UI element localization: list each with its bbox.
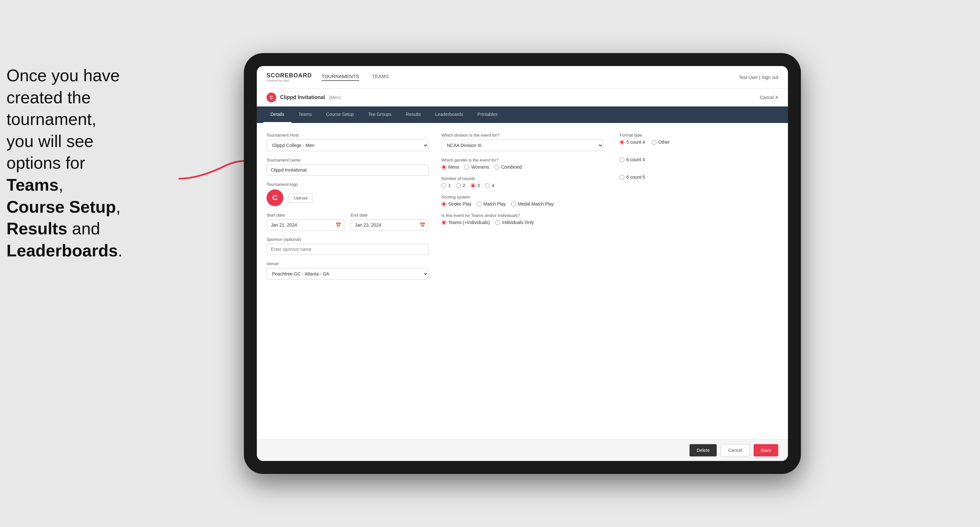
tab-teams[interactable]: Teams	[291, 106, 319, 123]
tournament-logo-label: Tournament logo	[267, 182, 428, 187]
tab-bar: Details Teams Course Setup Tee Groups Re…	[257, 106, 788, 123]
left-column: Tournament Host Clippd College - Men Tou…	[267, 133, 428, 286]
tournament-host-label: Tournament Host	[267, 133, 428, 138]
bold-teams: Teams	[6, 175, 59, 194]
main-content: Tournament Host Clippd College - Men Tou…	[257, 123, 788, 439]
format-section: Format type 5 count 4	[616, 133, 778, 179]
scoring-radio-group: Stroke Play Match Play Medal Match Play	[441, 202, 603, 206]
sponsor-label: Sponsor (optional)	[267, 237, 428, 242]
tab-leaderboards[interactable]: Leaderboards	[428, 106, 470, 123]
rounds-1[interactable]: 1	[441, 183, 451, 188]
individuals-only[interactable]: Individuals Only	[495, 220, 534, 225]
sponsor-input[interactable]	[267, 244, 428, 255]
tab-course-setup[interactable]: Course Setup	[319, 106, 361, 123]
logo-area: SCOREBOARD Powered by clipd	[267, 72, 312, 82]
top-nav: SCOREBOARD Powered by clipd TOURNAMENTS …	[257, 66, 788, 89]
logo-circle: C	[267, 189, 283, 206]
format-radio-split: 5 count 4 6 count 4	[620, 140, 778, 179]
page-wrapper: Once you have created the tournament, yo…	[0, 0, 980, 527]
rounds-4[interactable]: 4	[485, 183, 494, 188]
instruction-text: Once you have created the tournament, yo…	[6, 65, 143, 262]
teams-radio-group: Teams (+Individuals) Individuals Only	[441, 220, 603, 225]
tab-results[interactable]: Results	[399, 106, 428, 123]
start-date-label: Start date	[267, 213, 344, 217]
date-row: Start date 📅 End date 📅	[267, 213, 428, 230]
gender-womens[interactable]: Womens	[465, 164, 489, 170]
scoring-medal-match[interactable]: Medal Match Play	[511, 202, 554, 206]
tournament-icon: C	[267, 92, 276, 102]
division-select[interactable]: NCAA Division III	[441, 140, 603, 151]
scoring-section: Scoring system Stroke Play Match Play	[441, 195, 603, 206]
nav-teams[interactable]: TEAMS	[372, 73, 389, 81]
venue-label: Venue	[267, 261, 428, 266]
nav-tournaments[interactable]: TOURNAMENTS	[321, 73, 359, 81]
end-date-icon: 📅	[420, 222, 425, 227]
tournament-host-select[interactable]: Clippd College - Men	[267, 140, 428, 151]
tournament-name-section: Tournament name	[267, 158, 428, 175]
division-section: Which division is the event for? NCAA Di…	[441, 133, 603, 151]
format-label: Format type	[620, 133, 778, 138]
end-date-wrapper: 📅	[351, 219, 428, 230]
tournament-type: (Men)	[329, 95, 341, 100]
gender-combined[interactable]: Combined	[494, 164, 522, 170]
tournament-logo-section: Tournament logo C Upload	[267, 182, 428, 206]
division-label: Which division is the event for?	[441, 133, 603, 138]
start-date-wrapper: 📅	[267, 219, 344, 230]
end-date-label: End date	[351, 213, 428, 217]
start-date-icon: 📅	[336, 222, 341, 227]
gender-radio-group: Mens Womens Combined	[441, 164, 603, 170]
gender-mens[interactable]: Mens	[441, 164, 459, 170]
start-date-input[interactable]	[267, 219, 344, 230]
rounds-section: Number of rounds 1 2	[441, 176, 603, 188]
teams-individuals-label: Is this event for Teams and/or Individua…	[441, 213, 603, 218]
logo-upload-area: C Upload	[267, 189, 428, 206]
format-5count4[interactable]: 5 count 4	[620, 140, 645, 145]
tab-tee-groups[interactable]: Tee Groups	[361, 106, 399, 123]
scoring-stroke-play[interactable]: Stroke Play	[441, 202, 471, 206]
tournament-name-input[interactable]	[267, 164, 428, 175]
scoring-match-play[interactable]: Match Play	[477, 202, 506, 206]
form-grid: Tournament Host Clippd College - Men Tou…	[267, 133, 778, 286]
tournament-name-label: Tournament name	[267, 158, 428, 162]
format-6count4[interactable]: 6 count 4	[620, 157, 645, 162]
format-right-options: Other	[652, 140, 670, 179]
logo-subtitle: Powered by clipd	[267, 79, 312, 82]
rounds-2[interactable]: 2	[456, 183, 465, 188]
footer-bar: Delete Cancel Save	[257, 439, 788, 461]
user-signout[interactable]: Test User | Sign out	[739, 75, 778, 80]
cancel-button[interactable]: Cancel	[721, 444, 750, 456]
tab-details[interactable]: Details	[263, 106, 291, 123]
logo-title: SCOREBOARD	[267, 72, 312, 79]
tournament-title-row: C Clippd Invitational (Men)	[267, 92, 341, 102]
gender-label: Which gender is the event for?	[441, 158, 603, 162]
tab-printables[interactable]: Printables	[470, 106, 504, 123]
tournament-header: C Clippd Invitational (Men) Cancel X	[257, 89, 788, 106]
gender-section: Which gender is the event for? Mens Wome…	[441, 158, 603, 170]
tablet-screen: SCOREBOARD Powered by clipd TOURNAMENTS …	[257, 66, 788, 461]
scoring-label: Scoring system	[441, 195, 603, 199]
save-button[interactable]: Save	[754, 444, 778, 456]
bold-course-setup: Course Setup	[6, 197, 116, 216]
rounds-3[interactable]: 3	[471, 183, 480, 188]
end-date-section: End date 📅	[351, 213, 428, 230]
format-6count5[interactable]: 6 count 5	[620, 175, 645, 179]
tournament-name: Clippd Invitational	[280, 95, 325, 100]
cancel-x-button[interactable]: Cancel X	[760, 95, 778, 100]
upload-button[interactable]: Upload	[288, 193, 313, 203]
delete-button[interactable]: Delete	[689, 444, 717, 456]
end-date-input[interactable]	[351, 219, 428, 230]
user-area: Test User | Sign out	[739, 75, 778, 80]
tablet-device: SCOREBOARD Powered by clipd TOURNAMENTS …	[244, 53, 801, 474]
format-left-options: 5 count 4 6 count 4	[620, 140, 645, 179]
bold-leaderboards: Leaderboards	[6, 241, 118, 260]
venue-select[interactable]: Peachtree GC - Atlanta - GA	[267, 268, 428, 280]
right-column: Format type 5 count 4	[616, 133, 778, 286]
start-date-section: Start date 📅	[267, 213, 344, 230]
venue-section: Venue Peachtree GC - Atlanta - GA	[267, 261, 428, 280]
format-other[interactable]: Other	[652, 140, 670, 145]
teams-plus-individuals[interactable]: Teams (+Individuals)	[441, 220, 490, 225]
tournament-host-section: Tournament Host Clippd College - Men	[267, 133, 428, 151]
rounds-label: Number of rounds	[441, 176, 603, 181]
sponsor-section: Sponsor (optional)	[267, 237, 428, 255]
nav-links: TOURNAMENTS TEAMS	[321, 73, 389, 81]
